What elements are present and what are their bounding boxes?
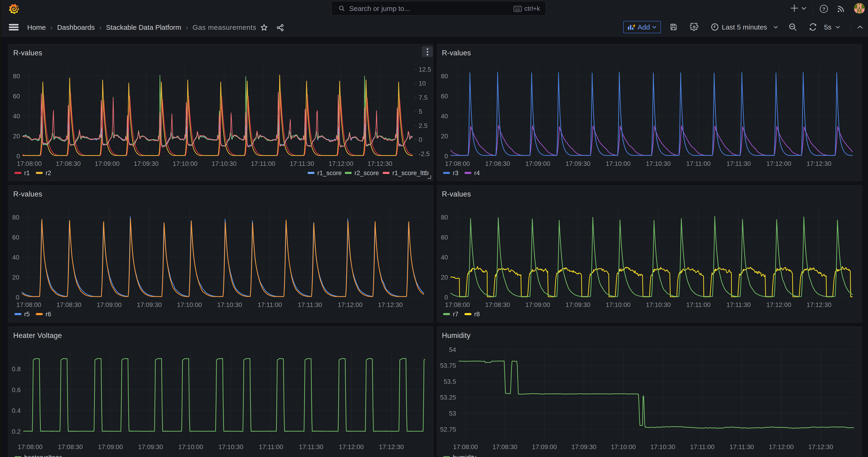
svg-text:60: 60 [441,234,448,241]
svg-text:80: 80 [441,214,448,221]
svg-text:17:10:00: 17:10:00 [611,443,636,451]
svg-text:17:10:30: 17:10:30 [217,301,242,308]
svg-text:17:08:30: 17:08:30 [57,301,81,308]
svg-text:17:10:30: 17:10:30 [646,301,671,308]
svg-text:0.2: 0.2 [12,428,21,435]
svg-text:17:11:30: 17:11:30 [299,443,323,451]
svg-text:17:09:30: 17:09:30 [134,160,158,167]
svg-text:-2.5: -2.5 [418,150,430,157]
svg-text:40: 40 [13,113,20,120]
svg-text:r2_score: r2_score [354,170,379,177]
svg-text:17:08:00: 17:08:00 [16,301,41,308]
svg-text:r1_score_lttb: r1_score_lttb [393,170,429,177]
svg-text:60: 60 [12,234,19,241]
svg-text:Humidity: Humidity [442,331,470,340]
svg-text:10: 10 [418,80,426,87]
svg-text:17:09:00: 17:09:00 [95,160,120,167]
svg-text:80: 80 [13,72,20,80]
svg-text:17:11:00: 17:11:00 [251,160,275,167]
svg-text:0: 0 [444,294,448,301]
svg-text:17:11:30: 17:11:30 [298,301,322,308]
svg-text:R-values: R-values [442,49,471,57]
svg-text:17:12:00: 17:12:00 [767,301,791,308]
svg-text:17:12:00: 17:12:00 [339,443,364,451]
svg-text:0: 0 [418,136,422,143]
svg-text:17:11:00: 17:11:00 [690,443,715,451]
svg-text:17:12:00: 17:12:00 [767,160,791,167]
svg-text:17:08:00: 17:08:00 [445,301,470,308]
svg-text:53.75: 53.75 [440,362,456,369]
svg-text:20: 20 [13,132,20,140]
svg-text:r4: r4 [474,170,480,177]
svg-text:60: 60 [13,93,20,100]
svg-text:17:08:30: 17:08:30 [493,443,518,451]
svg-text:20: 20 [441,132,448,140]
svg-text:80: 80 [441,72,448,80]
svg-text:17:09:00: 17:09:00 [97,301,122,308]
svg-text:17:10:00: 17:10:00 [173,160,197,167]
svg-text:80: 80 [12,214,19,221]
svg-text:40: 40 [441,113,448,120]
svg-text:17:09:30: 17:09:30 [565,301,590,308]
svg-text:17:11:00: 17:11:00 [686,301,711,308]
svg-text:r3: r3 [453,170,458,177]
svg-text:r8: r8 [474,311,480,318]
svg-text:17:08:30: 17:08:30 [485,301,510,308]
svg-text:20: 20 [441,274,448,281]
svg-text:r7: r7 [453,311,458,318]
svg-text:17:09:30: 17:09:30 [571,443,596,451]
svg-text:r6: r6 [45,311,51,318]
svg-text:17:11:30: 17:11:30 [726,160,751,167]
svg-text:17:09:00: 17:09:00 [98,443,123,451]
svg-text:17:12:00: 17:12:00 [338,301,363,308]
svg-text:17:08:30: 17:08:30 [58,443,83,451]
svg-text:17:09:00: 17:09:00 [525,160,550,167]
svg-text:0.4: 0.4 [12,407,21,414]
svg-text:17:12:30: 17:12:30 [806,301,831,308]
svg-text:heatervoltage: heatervoltage [24,454,62,457]
svg-text:humidity: humidity [453,454,476,457]
svg-text:R-values: R-values [442,190,471,198]
svg-text:52.75: 52.75 [440,426,456,433]
svg-text:17:12:30: 17:12:30 [808,443,833,451]
svg-text:17:10:30: 17:10:30 [646,160,671,167]
svg-text:53.5: 53.5 [443,378,456,385]
svg-text:17:09:00: 17:09:00 [525,301,550,308]
svg-text:17:11:30: 17:11:30 [290,160,314,167]
svg-text:17:10:30: 17:10:30 [212,160,237,167]
svg-text:17:10:00: 17:10:00 [606,160,630,167]
svg-text:2.5: 2.5 [418,122,428,129]
svg-text:40: 40 [12,254,19,261]
svg-text:17:12:30: 17:12:30 [378,301,403,308]
svg-text:17:11:00: 17:11:00 [686,160,711,167]
svg-text:17:09:00: 17:09:00 [532,443,557,451]
svg-text:17:11:00: 17:11:00 [259,443,283,451]
svg-text:17:08:30: 17:08:30 [485,160,510,167]
svg-text:12.5: 12.5 [418,66,431,73]
svg-text:17:09:30: 17:09:30 [138,443,163,451]
svg-text:Heater Voltage: Heater Voltage [13,331,62,340]
svg-text:40: 40 [441,254,448,261]
svg-text:R-values: R-values [13,190,42,198]
svg-text:53.25: 53.25 [440,394,456,401]
svg-text:60: 60 [441,93,448,100]
svg-text:R-values: R-values [13,49,42,57]
svg-text:0.6: 0.6 [12,386,21,394]
svg-text:17:09:30: 17:09:30 [137,301,162,308]
svg-text:54: 54 [449,346,456,353]
svg-text:53: 53 [449,410,456,417]
svg-text:20: 20 [12,274,19,281]
svg-text:17:12:00: 17:12:00 [329,160,353,167]
svg-text:17:08:00: 17:08:00 [18,443,42,451]
svg-text:17:11:00: 17:11:00 [257,301,282,308]
svg-text:17:11:30: 17:11:30 [726,301,751,308]
svg-text:?: ? [823,6,826,12]
svg-text:17:10:00: 17:10:00 [606,301,630,308]
svg-text:17:08:00: 17:08:00 [17,160,41,167]
svg-text:r2: r2 [45,170,51,177]
svg-text:r5: r5 [24,311,30,318]
svg-text:r1_score: r1_score [317,170,342,177]
svg-text:17:10:30: 17:10:30 [218,443,243,451]
svg-text:17:10:00: 17:10:00 [178,443,203,451]
svg-text:7.5: 7.5 [418,94,428,101]
